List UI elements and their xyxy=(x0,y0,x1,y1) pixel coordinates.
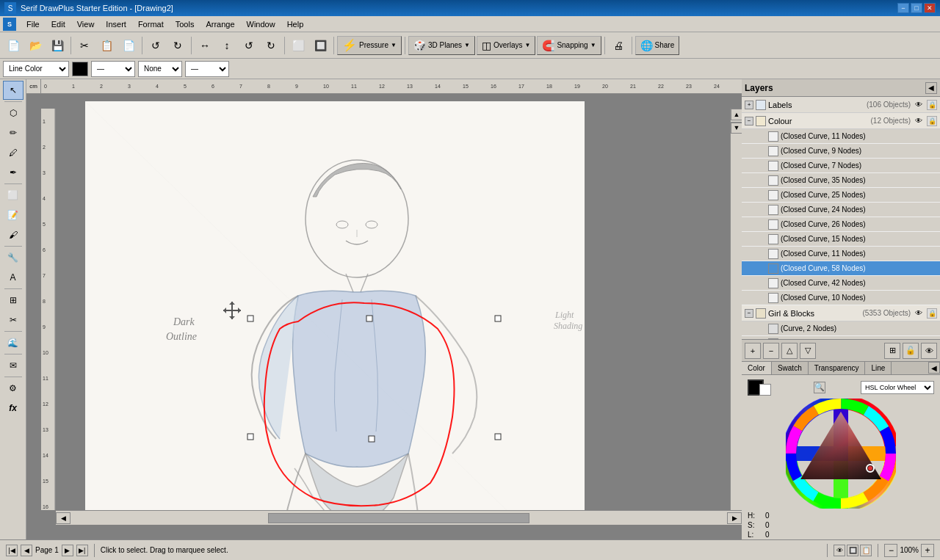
line-end-select[interactable]: None Arrow xyxy=(138,61,182,77)
flip-v-button[interactable]: ↕ xyxy=(217,35,237,56)
calligraphy-tool[interactable]: ✒ xyxy=(3,163,24,182)
new-button[interactable]: 📄 xyxy=(3,35,24,56)
layer-item-cc7[interactable]: (Closed Curve, 7 Nodes) xyxy=(742,159,940,173)
layer-item-cc35[interactable]: (Closed Curve, 35 Nodes) xyxy=(742,173,940,188)
menu-view[interactable]: View xyxy=(71,18,101,30)
print-button[interactable]: 🖨 xyxy=(608,35,629,56)
girl-lock[interactable]: 🔒 xyxy=(927,308,937,319)
share-button[interactable]: 🌐 Share xyxy=(635,36,680,55)
pencil-tool[interactable]: ✏ xyxy=(3,123,24,142)
line-color-swatch[interactable] xyxy=(72,62,88,76)
save-button[interactable]: 💾 xyxy=(47,35,68,56)
layer-group-labels-header[interactable]: + Labels (106 Objects) 👁 🔒 xyxy=(742,97,940,113)
move-up-btn[interactable]: △ xyxy=(781,343,798,359)
menu-format[interactable]: Format xyxy=(132,18,170,30)
girl-expand-icon[interactable]: − xyxy=(745,309,753,318)
scroll-thumb-v[interactable] xyxy=(731,122,742,123)
planes3d-button[interactable]: 🎲 3D Planes ▼ xyxy=(408,36,475,55)
minimize-button[interactable]: − xyxy=(897,3,909,13)
brush-tool[interactable]: 🖌 xyxy=(3,225,24,244)
layer-item-cc9[interactable]: (Closed Curve, 9 Nodes) xyxy=(742,144,940,159)
flip-h-button[interactable]: ↔ xyxy=(195,35,215,56)
menu-insert[interactable]: Insert xyxy=(100,18,132,30)
layer-item-cc26[interactable]: (Closed Curve, 26 Nodes) xyxy=(742,217,940,232)
undo-button[interactable]: ↺ xyxy=(145,35,166,56)
color-tab-transparency[interactable]: Transparency xyxy=(809,362,866,374)
layer-group-girl-header[interactable]: − Girl & Blocks (5353 Objects) 👁 🔒 xyxy=(742,305,940,321)
layer-group-colour-header[interactable]: − Colour (12 Objects) 👁 🔒 xyxy=(742,113,940,129)
last-page-btn[interactable]: ▶| xyxy=(76,545,88,556)
menu-window[interactable]: Window xyxy=(241,18,281,30)
text-tool[interactable]: A xyxy=(3,268,24,287)
horizontal-scrollbar[interactable]: ◀ ▶ xyxy=(56,510,742,525)
scroll-track-h[interactable] xyxy=(72,513,726,523)
move-down-btn[interactable]: ▽ xyxy=(800,343,816,359)
scroll-thumb-h[interactable] xyxy=(268,513,529,523)
crop-tool[interactable]: ✂ xyxy=(3,310,24,330)
blend-tool[interactable]: 🌊 xyxy=(3,333,24,352)
shape-tool[interactable]: ⬜ xyxy=(3,186,24,205)
scroll-left-btn[interactable]: ◀ xyxy=(56,512,70,524)
color-tab-color[interactable]: Color xyxy=(742,362,772,374)
delete-layer-btn[interactable]: − xyxy=(763,343,779,359)
color-tab-line[interactable]: Line xyxy=(865,362,892,374)
pen-tool[interactable]: 🖊 xyxy=(3,143,24,162)
open-button[interactable]: 📂 xyxy=(25,35,46,56)
layer-item-cc25[interactable]: (Closed Curve, 25 Nodes) xyxy=(742,188,940,203)
drawing-canvas[interactable]: Dark Outline Light Shading Light Outline… xyxy=(85,101,585,525)
scroll-down-btn[interactable]: ▼ xyxy=(731,122,742,134)
zoom-in-btn[interactable]: + xyxy=(921,544,934,557)
layer-item-cc42[interactable]: (Closed Curve, 42 Nodes) xyxy=(742,276,940,291)
lock-all-btn[interactable]: 🔓 xyxy=(903,343,919,359)
table-tool[interactable]: ⊞ xyxy=(3,291,24,310)
menu-tools[interactable]: Tools xyxy=(170,18,200,30)
layer-item-cc15[interactable]: (Closed Curve, 15 Nodes) xyxy=(742,232,940,247)
first-page-btn[interactable]: |◀ xyxy=(6,545,18,556)
merge-btn[interactable]: ⊞ xyxy=(884,343,900,359)
warp-tool[interactable]: 🔧 xyxy=(3,248,24,267)
close-button[interactable]: ✕ xyxy=(924,3,936,13)
group-button[interactable]: 🔲 xyxy=(310,35,330,56)
scroll-right-btn[interactable]: ▶ xyxy=(727,512,742,524)
layers-scroll[interactable]: + Labels (106 Objects) 👁 🔒 − Colour (1 xyxy=(742,97,940,339)
paste-button[interactable]: 📄 xyxy=(118,35,139,56)
layer-item-cc58[interactable]: (Closed Curve, 58 Nodes) xyxy=(742,261,940,276)
note-tool[interactable]: 📝 xyxy=(3,206,24,225)
vertical-scrollbar[interactable]: ▲ ▼ xyxy=(730,109,742,510)
color-panel-expand[interactable]: ◀ xyxy=(928,362,940,374)
rotate-l-button[interactable]: ↺ xyxy=(239,35,259,56)
view-enhanced-btn[interactable]: 🔲 xyxy=(847,545,858,556)
dropper-icon[interactable]: 🔍 xyxy=(814,382,825,393)
view-draft-btn[interactable]: 📋 xyxy=(860,545,872,556)
prev-page-btn[interactable]: ◀ xyxy=(21,545,32,556)
fill-tool[interactable]: ⚙ xyxy=(3,379,24,398)
scroll-up-btn[interactable]: ▲ xyxy=(731,109,742,120)
fx-tool[interactable]: fx xyxy=(3,399,24,418)
menu-edit[interactable]: Edit xyxy=(46,18,71,30)
next-page-btn[interactable]: ▶ xyxy=(62,545,73,556)
bg-color-swatch[interactable] xyxy=(759,384,771,396)
color-model-select[interactable]: HSL Color Wheel RGB Sliders CMYK Sliders xyxy=(861,381,934,394)
color-wheel-container[interactable] xyxy=(786,399,896,509)
menu-help[interactable]: Help xyxy=(281,18,310,30)
layer-item-cc10[interactable]: (Closed Curve, 10 Nodes) xyxy=(742,291,940,305)
colour-lock[interactable]: 🔒 xyxy=(927,116,937,126)
canvas-container[interactable]: 1 2 3 4 5 6 7 8 9 10 11 12 13 14 15 16 1 xyxy=(41,94,742,525)
align-button[interactable]: ⬜ xyxy=(288,35,308,56)
labels-expand-icon[interactable]: + xyxy=(745,101,753,109)
copy-button[interactable]: 📋 xyxy=(96,35,117,56)
connector-tool[interactable]: ✉ xyxy=(3,356,24,375)
color-tab-swatch[interactable]: Swatch xyxy=(772,362,809,374)
pressure-button[interactable]: ⚡ Pressure ▼ xyxy=(337,36,402,55)
colour-eye[interactable]: 👁 xyxy=(913,115,925,127)
cut-button[interactable]: ✂ xyxy=(74,35,95,56)
color-wheel-svg[interactable] xyxy=(786,399,896,509)
select-tool[interactable]: ↖ xyxy=(3,81,24,100)
layer-item-cc11[interactable]: (Closed Curve, 11 Nodes) xyxy=(742,129,940,144)
line-weight-select[interactable]: — xyxy=(185,61,229,77)
rotate-r-button[interactable]: ↻ xyxy=(261,35,281,56)
layer-girl-item-1[interactable]: (Curve, 2 Nodes) xyxy=(742,321,940,336)
girl-eye[interactable]: 👁 xyxy=(913,308,925,319)
maximize-button[interactable]: □ xyxy=(911,3,922,13)
labels-eye[interactable]: 👁 xyxy=(913,99,925,111)
